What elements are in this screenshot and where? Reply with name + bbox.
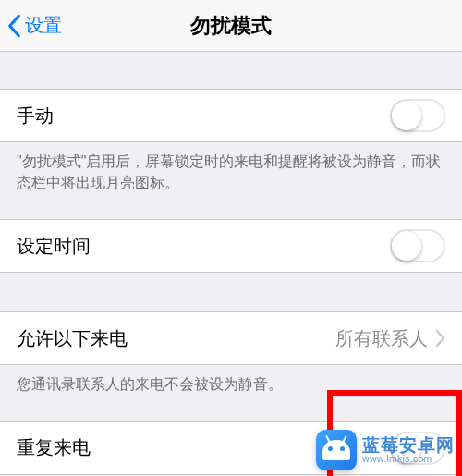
allow-calls-label: 允许以下来电: [17, 326, 128, 351]
manual-label: 手动: [17, 104, 54, 128]
allow-calls-row[interactable]: 允许以下来电 所有联系人: [0, 312, 462, 364]
chevron-left-icon: [7, 15, 21, 37]
manual-row: 手动: [0, 90, 462, 141]
manual-toggle[interactable]: [390, 99, 445, 132]
page-title: 勿扰模式: [190, 12, 272, 40]
repeat-calls-toggle[interactable]: [390, 432, 445, 465]
back-button[interactable]: 设置: [7, 13, 62, 38]
repeat-calls-label: 重复来电: [17, 435, 91, 460]
allow-calls-value: 所有联系人: [335, 326, 428, 351]
manual-footer: "勿扰模式"启用后，屏幕锁定时的来电和提醒将被设为静音，而状态栏中将出现月亮图标…: [0, 142, 462, 193]
chevron-right-icon: [435, 330, 445, 347]
schedule-row: 设定时间: [0, 220, 462, 272]
schedule-label: 设定时间: [17, 234, 91, 259]
schedule-toggle[interactable]: [390, 229, 445, 262]
allow-calls-footer: 您通讯录联系人的来电不会被设为静音。: [0, 365, 462, 395]
repeat-calls-row: 重复来电: [0, 422, 462, 474]
back-label: 设置: [25, 13, 62, 38]
